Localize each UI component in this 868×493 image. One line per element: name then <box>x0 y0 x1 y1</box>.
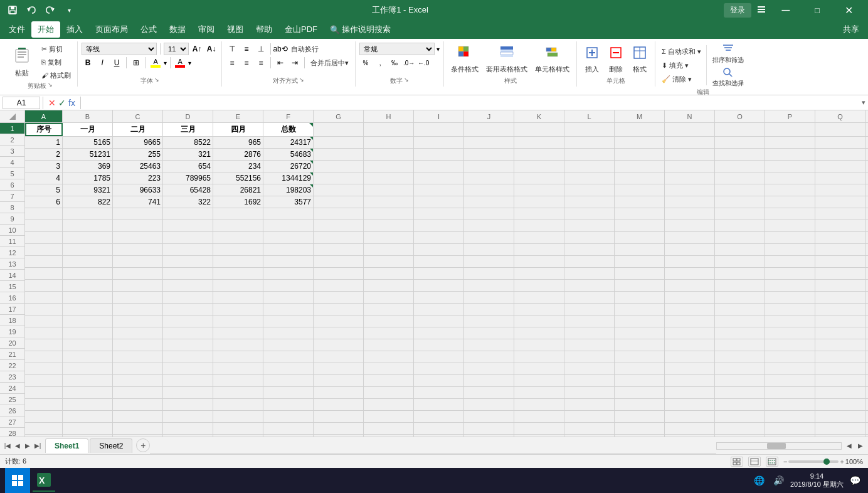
cell-Q24[interactable] <box>815 399 865 410</box>
cell-R6[interactable] <box>865 184 868 196</box>
cell-A13[interactable] <box>25 268 63 279</box>
menu-insert[interactable]: 插入 <box>60 21 89 38</box>
cell-Q8[interactable] <box>815 208 865 220</box>
cell-M16[interactable] <box>615 304 665 315</box>
cell-A14[interactable] <box>25 280 63 291</box>
cell-F9[interactable] <box>263 220 314 231</box>
cell-B9[interactable] <box>63 220 113 231</box>
cell-P13[interactable] <box>765 268 815 279</box>
cell-L5[interactable] <box>564 172 615 184</box>
cell-G18[interactable] <box>314 327 364 339</box>
clear-button[interactable]: 🧹 清除 ▾ <box>659 73 704 85</box>
cell-D17[interactable] <box>163 315 213 327</box>
row-header-11[interactable]: 11 <box>0 236 24 247</box>
cell-R15[interactable] <box>865 292 868 303</box>
undo-icon[interactable] <box>24 3 39 18</box>
row-header-14[interactable]: 14 <box>0 270 24 281</box>
cell-F24[interactable] <box>263 399 314 410</box>
menu-file[interactable]: 文件 <box>3 21 31 38</box>
cell-J21[interactable] <box>464 363 514 374</box>
cell-N20[interactable] <box>665 351 715 363</box>
cell-P7[interactable] <box>765 196 815 208</box>
cell-G1[interactable] <box>314 123 364 136</box>
cell-R13[interactable] <box>865 268 868 279</box>
cell-N11[interactable] <box>665 244 715 255</box>
cell-R24[interactable] <box>865 399 868 410</box>
cell-H7[interactable] <box>364 196 414 208</box>
rotate-text-button[interactable]: ab⟲ <box>274 43 287 55</box>
cell-E20[interactable] <box>213 351 263 363</box>
cell-J13[interactable] <box>464 268 514 279</box>
align-right-button[interactable]: ≡ <box>255 56 267 69</box>
font-expand[interactable]: ↘ <box>154 77 159 85</box>
cell-Q14[interactable] <box>815 280 865 291</box>
cell-K15[interactable] <box>514 292 564 303</box>
cell-M5[interactable] <box>615 172 665 184</box>
share-button[interactable]: 共享 <box>837 21 865 38</box>
cell-A24[interactable] <box>25 399 63 410</box>
cell-C24[interactable] <box>113 399 163 410</box>
cell-R19[interactable] <box>865 339 868 351</box>
cell-H21[interactable] <box>364 363 414 374</box>
cell-K12[interactable] <box>514 256 564 267</box>
cell-R16[interactable] <box>865 304 868 315</box>
add-sheet-button[interactable]: + <box>136 438 150 452</box>
cell-J1[interactable] <box>464 123 514 136</box>
cell-I19[interactable] <box>414 339 464 351</box>
cell-H23[interactable] <box>364 387 414 398</box>
cell-C4[interactable]: 25463 <box>113 161 163 172</box>
cell-I21[interactable] <box>414 363 464 374</box>
cell-K24[interactable] <box>514 399 564 410</box>
cell-B15[interactable] <box>63 292 113 303</box>
cell-E23[interactable] <box>213 387 263 398</box>
cell-H12[interactable] <box>364 256 414 267</box>
cell-O21[interactable] <box>715 363 765 374</box>
menu-search[interactable]: 🔍 操作说明搜索 <box>324 21 397 38</box>
cell-D18[interactable] <box>163 327 213 339</box>
cell-K11[interactable] <box>514 244 564 255</box>
taskbar-excel-app[interactable]: X <box>33 469 55 492</box>
cell-A17[interactable] <box>25 315 63 327</box>
cell-K2[interactable] <box>514 137 564 148</box>
close-button[interactable]: ✕ <box>834 0 863 20</box>
cell-I12[interactable] <box>414 256 464 267</box>
taskbar-sound-icon[interactable]: 🔊 <box>771 475 786 485</box>
row-header-13[interactable]: 13 <box>0 258 24 270</box>
cell-R2[interactable] <box>865 137 868 148</box>
cell-I11[interactable] <box>414 244 464 255</box>
number-format-dropdown[interactable]: ▾ <box>437 46 440 53</box>
cell-F3[interactable]: 54683 <box>263 149 314 160</box>
insert-function-icon[interactable]: fx <box>68 98 75 108</box>
cell-M19[interactable] <box>615 339 665 351</box>
cell-E18[interactable] <box>213 327 263 339</box>
maximize-button[interactable]: □ <box>803 0 832 20</box>
cell-K23[interactable] <box>514 387 564 398</box>
cell-B4[interactable]: 369 <box>63 161 113 172</box>
cell-K19[interactable] <box>514 339 564 351</box>
cell-R20[interactable] <box>865 351 868 363</box>
cell-M26[interactable] <box>615 423 665 434</box>
col-header-G[interactable]: G <box>314 110 364 122</box>
cell-O18[interactable] <box>715 327 765 339</box>
cell-K6[interactable] <box>514 184 564 196</box>
cell-F20[interactable] <box>263 351 314 363</box>
cell-J4[interactable] <box>464 161 514 172</box>
cell-P17[interactable] <box>765 315 815 327</box>
cell-H19[interactable] <box>364 339 414 351</box>
cell-P16[interactable] <box>765 304 815 315</box>
row-header-3[interactable]: 3 <box>0 146 24 157</box>
cell-A18[interactable] <box>25 327 63 339</box>
cell-B16[interactable] <box>63 304 113 315</box>
cell-N24[interactable] <box>665 399 715 410</box>
cell-N3[interactable] <box>665 149 715 160</box>
cell-N4[interactable] <box>665 161 715 172</box>
cell-M14[interactable] <box>615 280 665 291</box>
cell-C20[interactable] <box>113 351 163 363</box>
sheet-tab-1[interactable]: Sheet1 <box>45 438 88 453</box>
cell-P4[interactable] <box>765 161 815 172</box>
cell-Q18[interactable] <box>815 327 865 339</box>
cell-D9[interactable] <box>163 220 213 231</box>
cell-N23[interactable] <box>665 387 715 398</box>
redo-icon[interactable] <box>43 3 58 18</box>
cell-G16[interactable] <box>314 304 364 315</box>
